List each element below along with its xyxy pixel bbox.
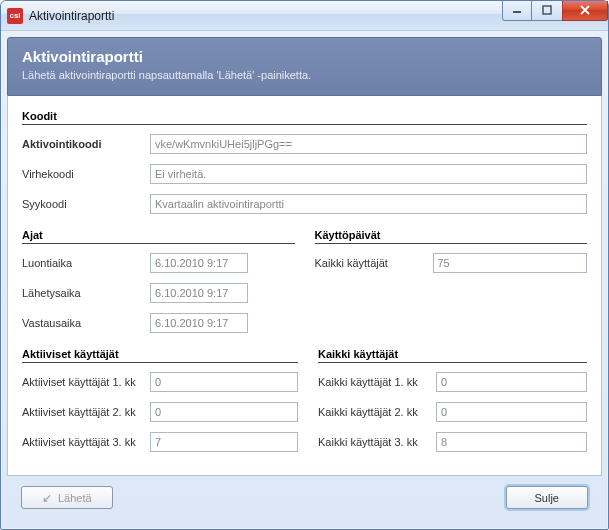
section-codes: Koodit xyxy=(22,110,587,125)
send-arrow-icon: ↙ xyxy=(42,491,52,505)
send-button-label: Lähetä xyxy=(58,492,92,504)
reply-time-label: Vastausaika xyxy=(22,317,150,329)
send-button[interactable]: ↙ Lähetä xyxy=(21,486,113,509)
close-button-label: Sulje xyxy=(535,492,559,504)
window-frame: csi Aktivointiraportti Aktivointiraportt… xyxy=(0,0,609,530)
usagedays-all-field[interactable] xyxy=(433,253,588,273)
section-active-users: Aktiiviset käyttäjät xyxy=(22,348,298,363)
active-m2-field[interactable] xyxy=(150,402,298,422)
active-m1-field[interactable] xyxy=(150,372,298,392)
reason-code-field[interactable] xyxy=(150,194,587,214)
activation-code-label: Aktivointikoodi xyxy=(22,138,150,150)
reason-code-label: Syykoodi xyxy=(22,198,150,210)
footer-bar: ↙ Lähetä Sulje xyxy=(7,476,602,517)
close-button[interactable]: Sulje xyxy=(506,486,588,509)
active-m3-field[interactable] xyxy=(150,432,298,452)
content-area: Koodit Aktivointikoodi Virhekoodi Syykoo… xyxy=(7,96,602,476)
all-m2-label: Kaikki käyttäjät 2. kk xyxy=(318,406,436,418)
section-usagedays: Käyttöpäivät xyxy=(315,229,588,244)
app-icon: csi xyxy=(7,8,23,24)
all-m1-label: Kaikki käyttäjät 1. kk xyxy=(318,376,436,388)
sent-time-label: Lähetysaika xyxy=(22,287,150,299)
created-time-label: Luontiaika xyxy=(22,257,150,269)
active-m2-label: Aktiiviset käyttäjät 2. kk xyxy=(22,406,150,418)
all-m3-label: Kaikki käyttäjät 3. kk xyxy=(318,436,436,448)
window-title: Aktivointiraportti xyxy=(29,9,502,23)
all-m1-field[interactable] xyxy=(436,372,587,392)
header-title: Aktivointiraportti xyxy=(22,48,587,65)
active-m1-label: Aktiiviset käyttäjät 1. kk xyxy=(22,376,150,388)
titlebar[interactable]: csi Aktivointiraportti xyxy=(1,1,608,31)
svg-rect-1 xyxy=(543,6,551,14)
activation-code-field[interactable] xyxy=(150,134,587,154)
header-subtitle: Lähetä aktivointiraportti napsauttamalla… xyxy=(22,69,587,81)
close-window-button[interactable] xyxy=(562,1,608,21)
sent-time-field[interactable] xyxy=(150,283,248,303)
all-m3-field[interactable] xyxy=(436,432,587,452)
usagedays-all-label: Kaikki käyttäjät xyxy=(315,257,433,269)
maximize-button[interactable] xyxy=(532,1,562,21)
header-panel: Aktivointiraportti Lähetä aktivointirapo… xyxy=(7,37,602,96)
section-times: Ajat xyxy=(22,229,295,244)
created-time-field[interactable] xyxy=(150,253,248,273)
section-all-users: Kaikki käyttäjät xyxy=(318,348,587,363)
reply-time-field[interactable] xyxy=(150,313,248,333)
all-m2-field[interactable] xyxy=(436,402,587,422)
active-m3-label: Aktiiviset käyttäjät 3. kk xyxy=(22,436,150,448)
window-controls xyxy=(502,1,608,21)
minimize-button[interactable] xyxy=(502,1,532,21)
svg-rect-0 xyxy=(513,11,521,13)
error-code-label: Virhekoodi xyxy=(22,168,150,180)
error-code-field[interactable] xyxy=(150,164,587,184)
